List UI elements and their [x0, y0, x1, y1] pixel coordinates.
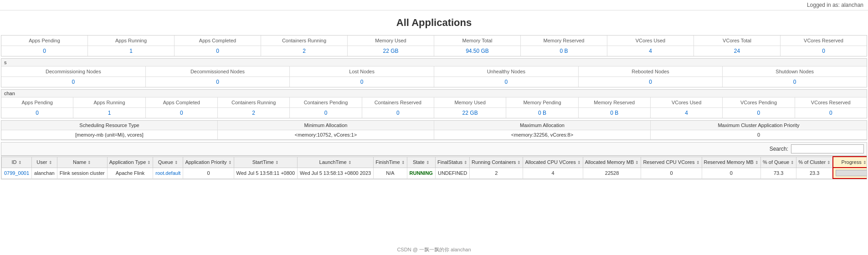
sort-icon-8[interactable]: ⇕ — [401, 160, 405, 165]
col-header-10[interactable]: FinalStatus ⇕ — [435, 157, 469, 168]
sched-header-3: Maximum Cluster Application Priority — [651, 121, 867, 130]
col-header-4[interactable]: Queue ⇕ — [153, 157, 183, 168]
cell-0-10: UNDEFINED — [435, 168, 469, 178]
sort-icon-1[interactable]: ⇕ — [49, 160, 52, 165]
cell-0-2: Flink session cluster — [57, 168, 107, 178]
sort-icon-2[interactable]: ⇕ — [87, 160, 91, 165]
sched-value-0: [memory-mb (unit=Mi), vcores] — [1, 130, 218, 139]
col-header-16[interactable]: % of Queue ⇕ — [761, 157, 796, 168]
sort-icon-5[interactable]: ⇕ — [228, 160, 232, 165]
sched-value-2: <memory:32256, vCores:8> — [434, 130, 651, 139]
queue-value-3: 2 — [218, 108, 290, 118]
cell-0-13: 22528 — [583, 168, 641, 178]
sort-icon-17[interactable]: ⇕ — [827, 160, 831, 165]
cluster-header-1: Apps Running — [88, 36, 175, 46]
cell-0-7: Wed Jul 5 13:58:13 +0800 2023 — [298, 168, 374, 178]
sort-icon-13[interactable]: ⇕ — [635, 160, 639, 165]
sched-value-3: 0 — [651, 130, 867, 139]
node-value-5: 0 — [723, 77, 867, 87]
col-header-2[interactable]: Name ⇕ — [57, 157, 107, 168]
cluster-value-6: 0 B — [521, 46, 607, 56]
sort-icon-6[interactable]: ⇕ — [275, 160, 279, 165]
queue-value-8: 0 B — [579, 108, 651, 118]
col-header-3[interactable]: Application Type ⇕ — [107, 157, 153, 168]
col-header-13[interactable]: Allocated Memory MB ⇕ — [583, 157, 641, 168]
sched-header-0: Scheduling Resource Type — [1, 121, 218, 130]
sort-icon-0[interactable]: ⇕ — [18, 160, 22, 165]
sort-icon-11[interactable]: ⇕ — [517, 160, 521, 165]
sort-icon-3[interactable]: ⇕ — [147, 160, 151, 165]
cell-0-8: N/A — [374, 168, 407, 178]
cluster-value-8: 24 — [694, 46, 781, 56]
queue-header-9: VCores Used — [651, 97, 723, 107]
queue-value-4: 0 — [290, 108, 362, 118]
cluster-header-8: VCores Total — [694, 36, 781, 46]
col-header-14[interactable]: Reserved CPU VCores ⇕ — [641, 157, 702, 168]
link-4[interactable]: root.default — [155, 170, 180, 176]
progress-bar — [836, 170, 867, 176]
sort-icon-4[interactable]: ⇕ — [175, 160, 178, 165]
cluster-value-7: 4 — [607, 46, 694, 56]
node-header-1: Decommissioned Nodes — [146, 66, 290, 76]
node-header-4: Rebooted Nodes — [579, 66, 723, 76]
queue-header-8: Memory Reserved — [579, 97, 651, 107]
col-header-7[interactable]: LaunchTime ⇕ — [298, 157, 374, 168]
col-header-15[interactable]: Reserved Memory MB ⇕ — [702, 157, 760, 168]
cell-0-1: alanchan — [32, 168, 57, 178]
col-header-17[interactable]: % of Cluster ⇕ — [796, 157, 833, 168]
col-header-18[interactable]: Progress ⇕ — [833, 157, 867, 168]
node-header-2: Lost Nodes — [290, 66, 434, 76]
cell-0-0[interactable]: 0799_0001 — [2, 168, 32, 178]
sched-values: [memory-mb (unit=Mi), vcores]<memory:107… — [1, 130, 867, 140]
cluster-header-9: VCores Reserved — [781, 36, 867, 46]
node-values: 000000 — [1, 77, 867, 87]
queue-value-7: 0 B — [506, 108, 578, 118]
cluster-header-2: Apps Completed — [175, 36, 261, 46]
sort-icon-12[interactable]: ⇕ — [577, 160, 581, 165]
cluster-header-6: Memory Reserved — [521, 36, 607, 46]
sort-icon-9[interactable]: ⇕ — [426, 160, 430, 165]
sort-icon-14[interactable]: ⇕ — [696, 160, 700, 165]
cluster-header-0: Apps Pending — [1, 36, 88, 46]
sort-icon-16[interactable]: ⇕ — [791, 160, 794, 165]
cluster-header-7: VCores Used — [607, 36, 694, 46]
node-value-3: 0 — [434, 77, 579, 87]
col-header-1[interactable]: User ⇕ — [32, 157, 57, 168]
cluster-header-4: Memory Used — [348, 36, 434, 46]
queue-values: 01020022 GB0 B0 B400 — [1, 108, 867, 118]
cluster-value-3: 2 — [261, 46, 348, 56]
search-input[interactable] — [791, 144, 864, 153]
col-header-11[interactable]: Running Containers ⇕ — [470, 157, 523, 168]
col-header-12[interactable]: Allocated CPU VCores ⇕ — [523, 157, 583, 168]
cell-0-12: 4 — [523, 168, 583, 178]
logged-in-label: Logged in as: alanchan — [807, 2, 863, 8]
queue-value-6: 22 GB — [434, 108, 506, 118]
queue-header-4: Containers Pending — [290, 97, 362, 107]
applications-table-wrapper: ID ⇕User ⇕Name ⇕Application Type ⇕Queue … — [1, 156, 867, 179]
queue-value-10: 0 — [723, 108, 795, 118]
link-0[interactable]: 0799_0001 — [4, 170, 29, 176]
sched-header-2: Maximum Allocation — [434, 121, 651, 130]
queue-header-7: Memory Pending — [506, 97, 578, 107]
cell-0-4[interactable]: root.default — [153, 168, 183, 178]
cell-0-9: RUNNING — [407, 168, 435, 178]
cell-value-9: RUNNING — [410, 170, 433, 176]
cluster-header-3: Containers Running — [261, 36, 348, 46]
sort-icon-18[interactable]: ⇕ — [863, 160, 867, 165]
sort-icon-15[interactable]: ⇕ — [755, 160, 759, 165]
node-value-0: 0 — [1, 77, 146, 87]
queue-header-0: Apps Pending — [1, 97, 73, 107]
cluster-value-9: 0 — [781, 46, 867, 56]
col-header-8[interactable]: FinishTime ⇕ — [374, 157, 407, 168]
queue-value-9: 4 — [651, 108, 723, 118]
cluster-metrics-section: Apps PendingApps RunningApps CompletedCo… — [1, 35, 867, 56]
sort-icon-7[interactable]: ⇕ — [348, 160, 352, 165]
queue-section-label: chan — [1, 90, 867, 97]
cluster-value-2: 0 — [175, 46, 261, 56]
top-bar: Logged in as: alanchan — [0, 0, 868, 10]
sort-icon-10[interactable]: ⇕ — [464, 160, 467, 165]
col-header-5[interactable]: Application Priority ⇕ — [183, 157, 234, 168]
col-header-0[interactable]: ID ⇕ — [2, 157, 32, 168]
col-header-9[interactable]: State ⇕ — [407, 157, 435, 168]
col-header-6[interactable]: StartTime ⇕ — [234, 157, 298, 168]
